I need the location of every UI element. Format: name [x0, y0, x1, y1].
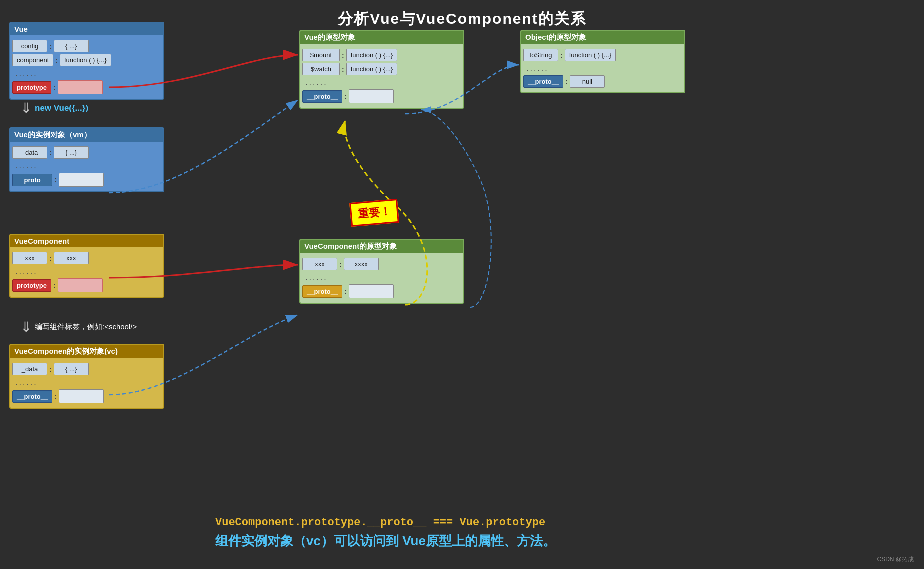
vci-proto-key: __proto__ — [12, 390, 52, 403]
vp-mount-value: function ( ) {...} — [346, 49, 398, 62]
bottom-formula: VueComponent.prototype.__proto__ === Vue… — [215, 516, 545, 529]
vc-prototype-row: prototype : — [12, 278, 161, 292]
vcp-dots: ...... — [302, 272, 461, 283]
vue-config-row: config : { ...} — [12, 40, 161, 52]
vci-data-row: _data : { ...} — [12, 363, 161, 376]
vc-xxx-row: xxx : xxx — [12, 252, 161, 264]
vue-proto-header: Vue的原型对象 — [300, 31, 463, 44]
vm-data-value: { ...} — [54, 146, 89, 159]
new-vue-label: new Vue({...}) — [35, 104, 88, 114]
vue-prototype-value — [58, 80, 103, 94]
vm-data-key: _data — [12, 146, 47, 159]
write-tag-label: 编写组件标签，例如:<school/> — [35, 322, 137, 332]
vc-prototype-value — [58, 278, 103, 292]
important-badge: 重要！ — [349, 199, 399, 227]
vci-proto-value — [59, 390, 104, 404]
op-dots: ...... — [523, 63, 682, 74]
vc-prototype-key: prototype — [12, 280, 51, 292]
vue-instance-box: Vue的实例对象（vm） _data : { ...} ...... __pro… — [9, 128, 164, 192]
op-tostring-key: toString — [523, 49, 558, 62]
vue-component-proto-box: VueComponent的原型对象 xxx : xxxx ...... __pr… — [299, 239, 464, 304]
vcp-proto-row: __proto__ : — [302, 284, 461, 298]
vci-proto-row: __proto__ : — [12, 390, 161, 404]
vcp-xxx-row: xxx : xxxx — [302, 258, 461, 270]
vci-dots: ...... — [12, 377, 161, 388]
vue-component-row: component : function ( ) {...} — [12, 54, 161, 66]
vue-component-key: component — [12, 54, 53, 66]
op-tostring-row: toString : function ( ) {...} — [523, 49, 682, 62]
vcp-proto-key: __proto__ — [302, 286, 342, 298]
vue-component-instance-box: VueComponen的实例对象(vc) _data : { ...} ....… — [9, 344, 164, 409]
vci-header: VueComponen的实例对象(vc) — [10, 345, 163, 358]
vcp-proto-value — [349, 284, 394, 298]
vp-watch-key: $watch — [302, 63, 340, 76]
arrow-down-1: ⇓ new Vue({...}) — [20, 100, 88, 116]
vci-data-value: { ...} — [54, 363, 89, 376]
vcp-xxx-key: xxx — [302, 258, 337, 270]
vp-proto-row: __proto__ : — [302, 90, 461, 104]
vm-proto-key: __proto__ — [12, 174, 52, 186]
vm-proto-value — [59, 173, 104, 187]
vm-proto-row: __proto__ : — [12, 173, 161, 187]
vm-dots: ...... — [12, 160, 161, 172]
vue-box: Vue config : { ...} component : function… — [9, 22, 164, 100]
op-tostring-value: function ( ) {...} — [565, 49, 616, 62]
object-proto-box: Object的原型对象 toString : function ( ) {...… — [520, 30, 685, 94]
vue-config-key: config — [12, 40, 47, 52]
vue-dots: ...... — [12, 68, 161, 79]
bottom-description: 组件实例对象（vc）可以访问到 Vue原型上的属性、方法。 — [215, 532, 556, 550]
vue-component-value: function ( ) {...} — [60, 54, 111, 66]
vue-prototype-row: prototype : — [12, 80, 161, 94]
vci-data-key: _data — [12, 363, 47, 376]
vue-box-header: Vue — [10, 23, 163, 36]
vp-mount-row: $mount : function ( ) {...} — [302, 49, 461, 62]
vp-watch-value: function ( ) {...} — [346, 63, 398, 76]
vue-proto-box: Vue的原型对象 $mount : function ( ) {...} $wa… — [299, 30, 464, 109]
vc-xxx-key: xxx — [12, 252, 47, 264]
vm-data-row: _data : { ...} — [12, 146, 161, 159]
op-proto-value: null — [570, 76, 605, 88]
vc-xxx-value: xxx — [54, 252, 89, 264]
vue-prototype-key: prototype — [12, 82, 51, 94]
vp-mount-key: $mount — [302, 49, 340, 62]
vue-config-value: { ...} — [54, 40, 89, 52]
vp-proto-key: __proto__ — [302, 90, 342, 103]
vue-component-box-header: VueComponent — [10, 235, 163, 248]
watermark: CSDN @拓成 — [877, 556, 914, 564]
vp-dots: ...... — [302, 77, 461, 88]
vp-proto-value — [349, 90, 394, 104]
op-header: Object的原型对象 — [521, 31, 684, 44]
arrow-down-2: ⇓ 编写组件标签，例如:<school/> — [20, 319, 137, 336]
vp-watch-row: $watch : function ( ) {...} — [302, 63, 461, 76]
vue-instance-header: Vue的实例对象（vm） — [10, 128, 163, 142]
vcp-xxx-value: xxxx — [344, 258, 379, 270]
op-proto-row: __proto__ : null — [523, 76, 682, 88]
op-proto-key: __proto__ — [523, 76, 563, 88]
vue-component-box: VueComponent xxx : xxx ...... prototype … — [9, 234, 164, 298]
vcp-header: VueComponent的原型对象 — [300, 240, 463, 254]
vc-dots: ...... — [12, 266, 161, 277]
